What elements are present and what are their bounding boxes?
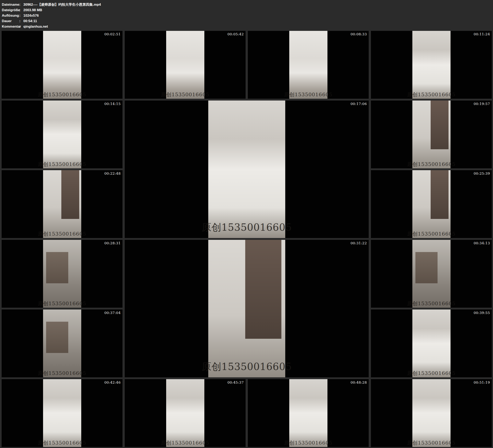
thumbnail-timestamp: 00:39:55 xyxy=(474,311,490,315)
video-frame-placeholder: 原创15350016605 xyxy=(43,379,81,447)
video-thumbnail: 原创15350016605 00:05:42 xyxy=(125,31,246,99)
video-frame-placeholder: 原创15350016605 xyxy=(412,240,450,308)
watermark-text: 原创15350016605 xyxy=(284,91,333,98)
watermark-text: 原创15350016605 xyxy=(38,161,86,168)
file-name-label: Dateiname xyxy=(2,3,19,7)
thumbnail-timestamp: 00:42:46 xyxy=(104,380,121,384)
file-size-value: 2003.98 MB xyxy=(23,8,42,12)
watermark-text: 原创15350016605 xyxy=(202,221,292,234)
video-thumbnail: 原创15350016605 00:39:55 xyxy=(371,310,492,377)
comment-label: Kommentar xyxy=(2,24,19,29)
video-frame-placeholder: 原创15350016605 xyxy=(289,31,327,99)
thumbnail-timestamp: 00:14:15 xyxy=(104,102,121,106)
video-frame-placeholder: 原创15350016605 xyxy=(208,101,285,238)
watermark-text: 原创15350016605 xyxy=(161,439,209,446)
thumbnail-timestamp: 00:19:57 xyxy=(474,102,490,106)
watermark-text: 原创15350016605 xyxy=(38,231,86,237)
thumbnail-grid: 原创15350016605 00:02:51 原创15350016605 00:… xyxy=(2,31,492,447)
video-frame-placeholder: 原创15350016605 xyxy=(412,379,450,447)
watermark-text: 原创15350016605 xyxy=(38,439,86,446)
file-info-row: Dateiname : 30962----【凌烨原创】约拍大学生小恩第四集.mp… xyxy=(2,2,493,7)
video-frame-placeholder: 原创15350016605 xyxy=(43,170,81,238)
thumbnail-timestamp: 00:08:33 xyxy=(351,32,367,36)
video-thumbnail: 原创15350016605 00:48:28 xyxy=(248,379,369,447)
video-thumbnail-large: 原创15350016605 00:17:06 xyxy=(125,101,369,238)
video-thumbnail: 原创15350016605 00:25:39 xyxy=(371,170,492,238)
video-frame-placeholder: 原创15350016605 xyxy=(166,31,204,99)
video-frame-placeholder: 原创15350016605 xyxy=(412,310,450,377)
video-thumbnail: 原创15350016605 00:08:33 xyxy=(248,31,369,99)
video-thumbnail: 原创15350016605 00:19:57 xyxy=(371,101,492,168)
thumbnail-timestamp: 00:17:06 xyxy=(351,102,367,106)
watermark-text: 原创15350016605 xyxy=(161,91,209,98)
video-thumbnail-large: 原创15350016605 00:31:22 xyxy=(125,240,369,377)
file-info-row: Auflösung : 1024x576 xyxy=(2,13,493,18)
separator: : xyxy=(19,24,23,29)
file-info-row: Dauer : 00:54:11 xyxy=(2,18,493,24)
thumbnail-timestamp: 00:02:51 xyxy=(104,32,121,36)
video-frame-placeholder: 原创15350016605 xyxy=(289,379,327,447)
resolution-value: 1024x576 xyxy=(23,14,39,18)
video-thumbnail: 原创15350016605 00:51:19 xyxy=(371,379,492,447)
thumbnail-timestamp: 00:45:37 xyxy=(227,380,244,384)
thumbnail-timestamp: 00:11:24 xyxy=(474,32,490,36)
thumbnail-timestamp: 00:25:39 xyxy=(474,171,490,176)
watermark-text: 原创15350016605 xyxy=(38,91,86,98)
thumbnail-timestamp: 00:48:28 xyxy=(351,380,367,384)
video-frame-placeholder: 原创15350016605 xyxy=(43,310,81,377)
watermark-text: 原创15350016605 xyxy=(202,360,292,373)
file-name-value: 30962----【凌烨原创】约拍大学生小恩第四集.mp4 xyxy=(23,2,101,7)
video-frame-placeholder: 原创15350016605 xyxy=(412,170,450,238)
separator: : xyxy=(19,14,23,18)
video-thumbnail: 原创15350016605 00:45:37 xyxy=(125,379,246,447)
video-frame-placeholder: 原创15350016605 xyxy=(43,31,81,99)
video-thumbnail: 原创15350016605 00:42:46 xyxy=(2,379,123,447)
duration-label: Dauer xyxy=(2,19,19,23)
video-thumbnail: 原创15350016605 00:22:48 xyxy=(2,170,123,238)
separator: : xyxy=(19,8,23,12)
video-thumbnail: 原创15350016605 00:11:24 xyxy=(371,31,492,99)
comment-value: qinglanhua.net xyxy=(23,24,48,29)
watermark-text: 原创15350016605 xyxy=(407,231,456,237)
separator: : xyxy=(19,3,23,7)
watermark-text: 原创15350016605 xyxy=(38,370,86,377)
separator: : xyxy=(19,19,23,23)
watermark-text: 原创15350016605 xyxy=(407,370,456,377)
thumbnail-timestamp: 00:31:22 xyxy=(351,241,367,245)
thumbnail-timestamp: 00:34:13 xyxy=(474,241,490,245)
video-thumbnail: 原创15350016605 00:02:51 xyxy=(2,31,123,99)
file-info-row: Kommentar : qinglanhua.net xyxy=(2,24,493,29)
watermark-text: 原创15350016605 xyxy=(407,439,456,446)
video-thumbnail: 原创15350016605 00:28:31 xyxy=(2,240,123,308)
file-size-label: Dateigröße xyxy=(2,8,19,12)
watermark-text: 原创15350016605 xyxy=(407,300,456,307)
duration-value: 00:54:11 xyxy=(23,19,37,23)
video-frame-placeholder: 原创15350016605 xyxy=(43,101,81,168)
video-frame-placeholder: 原创15350016605 xyxy=(208,240,285,377)
thumbnail-timestamp: 00:51:19 xyxy=(474,380,490,384)
watermark-text: 原创15350016605 xyxy=(284,439,333,446)
thumbnail-timestamp: 00:05:42 xyxy=(227,32,244,36)
video-frame-placeholder: 原创15350016605 xyxy=(412,31,450,99)
video-frame-placeholder: 原创15350016605 xyxy=(412,101,450,168)
video-frame-placeholder: 原创15350016605 xyxy=(166,379,204,447)
video-thumbnail: 原创15350016605 00:14:15 xyxy=(2,101,123,168)
thumbnail-timestamp: 00:28:31 xyxy=(104,241,121,245)
watermark-text: 原创15350016605 xyxy=(407,91,456,98)
file-info-header: Dateiname : 30962----【凌烨原创】约拍大学生小恩第四集.mp… xyxy=(0,0,493,31)
video-frame-placeholder: 原创15350016605 xyxy=(43,240,81,308)
watermark-text: 原创15350016605 xyxy=(38,300,86,307)
video-thumbnail: 原创15350016605 00:34:13 xyxy=(371,240,492,308)
thumbnail-timestamp: 00:22:48 xyxy=(104,171,121,176)
watermark-text: 原创15350016605 xyxy=(407,161,456,168)
file-info-row: Dateigröße : 2003.98 MB xyxy=(2,7,493,13)
resolution-label: Auflösung xyxy=(2,14,19,18)
video-thumbnail: 原创15350016605 00:37:04 xyxy=(2,310,123,377)
thumbnail-timestamp: 00:37:04 xyxy=(104,311,121,315)
